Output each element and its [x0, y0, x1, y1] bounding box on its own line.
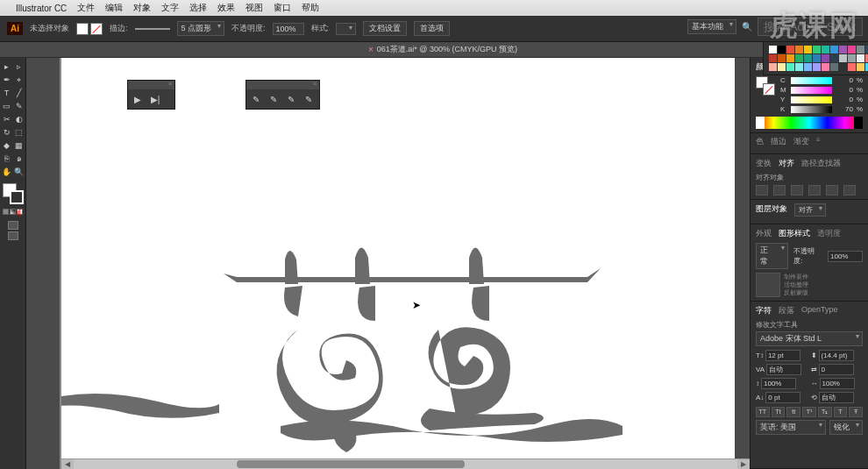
- swatch-cell[interactable]: [822, 63, 829, 71]
- curvature-tool[interactable]: ⌖: [14, 75, 25, 85]
- tab-align[interactable]: 对齐: [779, 158, 794, 169]
- swatch-cell[interactable]: [795, 54, 803, 62]
- scale-tool[interactable]: ↻: [2, 127, 12, 138]
- perspective-tool[interactable]: ▦: [14, 140, 25, 151]
- canvas[interactable]: ➤ ≡ ▶ ▶| ≡ ✎ ✎ ✎ ✎ ◀ ▶: [26, 58, 750, 469]
- free-transform-tool[interactable]: ⬚: [14, 127, 25, 138]
- swatch-cell[interactable]: [804, 46, 812, 53]
- c-value[interactable]: 0: [836, 76, 853, 84]
- selection-tool[interactable]: ▸: [2, 61, 12, 72]
- align-vcenter-icon[interactable]: [826, 185, 838, 195]
- swatch-cell[interactable]: [804, 54, 812, 62]
- document-setup-button[interactable]: 文档设置: [363, 21, 407, 36]
- swatch-cell[interactable]: [769, 46, 777, 53]
- app-name[interactable]: Illustrator CC: [16, 4, 67, 13]
- caps-low-button[interactable]: tt: [786, 407, 800, 417]
- stroke-swatch[interactable]: [763, 83, 775, 96]
- swatch-cell[interactable]: [822, 46, 829, 53]
- kerning-input[interactable]: [766, 364, 801, 375]
- baseline-input[interactable]: [765, 392, 800, 403]
- swatch-cell[interactable]: [822, 54, 829, 62]
- artboard-tool[interactable]: ⎘: [2, 153, 12, 164]
- preferences-button[interactable]: 首选项: [414, 21, 450, 36]
- tab-tint[interactable]: 色: [756, 136, 764, 147]
- swatch-cell[interactable]: [813, 46, 821, 53]
- align-to-dropdown[interactable]: 对齐: [794, 203, 826, 217]
- style-dropdown[interactable]: [336, 23, 356, 35]
- fill-swatch[interactable]: [76, 23, 89, 35]
- c-slider[interactable]: [791, 77, 832, 84]
- tab-character[interactable]: 字符: [756, 305, 772, 316]
- swatch-cell[interactable]: [839, 54, 847, 62]
- rectangle-tool[interactable]: ▭: [2, 101, 12, 111]
- swatch-cell[interactable]: [839, 46, 847, 53]
- swatch-cell[interactable]: [786, 63, 794, 71]
- horizontal-scrollbar[interactable]: ◀ ▶: [61, 458, 750, 469]
- floating-panel-1[interactable]: ≡ ▶ ▶|: [127, 80, 175, 110]
- line-tool[interactable]: ╱: [14, 88, 25, 98]
- tab-paragraph[interactable]: 段落: [779, 305, 794, 316]
- antialias-dropdown[interactable]: 锐化: [829, 420, 863, 435]
- tab-graphic-styles[interactable]: 图形样式: [779, 228, 810, 239]
- color-mode-none[interactable]: [17, 209, 23, 215]
- swatch-cell[interactable]: [804, 63, 812, 71]
- font-size-input[interactable]: [765, 350, 800, 361]
- direct-selection-tool[interactable]: ▹: [14, 61, 25, 72]
- swatch-cell[interactable]: [795, 46, 803, 53]
- scroll-left-button[interactable]: ◀: [61, 459, 74, 469]
- tab-appearance[interactable]: 外观: [756, 228, 772, 239]
- align-bottom-icon[interactable]: [843, 185, 856, 195]
- font-family-dropdown[interactable]: Adobe 宋体 Std L: [756, 331, 863, 346]
- zoom-tool[interactable]: 🔍: [14, 167, 25, 177]
- artboard[interactable]: ➤: [61, 58, 735, 469]
- color-mode-gradient[interactable]: [10, 209, 16, 215]
- fill-stroke-control[interactable]: [3, 183, 24, 204]
- rotation-input[interactable]: [819, 392, 854, 403]
- pen-tool[interactable]: ✒: [2, 75, 12, 85]
- tab-pathfinder[interactable]: 路径查找器: [801, 158, 841, 169]
- workspace-dropdown[interactable]: 基本功能: [687, 19, 736, 34]
- language-dropdown[interactable]: 英语: 美国: [756, 420, 826, 435]
- tab-opentype[interactable]: OpenType: [801, 305, 838, 316]
- fill-stroke-swatches[interactable]: [76, 23, 103, 35]
- menu-type[interactable]: 文字: [161, 2, 179, 14]
- blend-mode-dropdown[interactable]: 正常: [756, 243, 788, 269]
- play-icon[interactable]: ▶: [132, 93, 144, 105]
- menu-view[interactable]: 视图: [245, 2, 263, 14]
- floating-panel-2[interactable]: ≡ ✎ ✎ ✎ ✎: [245, 80, 320, 110]
- scissors-tool[interactable]: ✂: [2, 114, 12, 124]
- swatch-cell[interactable]: [848, 63, 856, 71]
- play-end-icon[interactable]: ▶|: [149, 93, 161, 105]
- color-spectrum[interactable]: [756, 117, 863, 129]
- tab-transform[interactable]: 变换: [756, 158, 772, 169]
- shape-builder-tool[interactable]: ◆: [2, 140, 12, 151]
- strikethrough-button[interactable]: Ŧ: [849, 407, 863, 417]
- align-left-icon[interactable]: [756, 185, 768, 195]
- type-tool[interactable]: T: [2, 88, 12, 98]
- screen-mode-normal[interactable]: [8, 221, 18, 230]
- menu-help[interactable]: 帮助: [302, 2, 319, 14]
- swatch-cell[interactable]: [786, 46, 794, 53]
- swatch-cell[interactable]: [813, 54, 821, 62]
- swatch-cell[interactable]: [795, 63, 803, 71]
- menu-edit[interactable]: 编辑: [105, 2, 123, 14]
- m-value[interactable]: 0: [836, 86, 853, 94]
- swatch-cell[interactable]: [830, 54, 838, 62]
- brush-icon[interactable]: ✎: [250, 93, 262, 105]
- menu-window[interactable]: 窗口: [274, 2, 291, 14]
- mask-preview[interactable]: [756, 273, 780, 297]
- hand-tool[interactable]: ✋: [2, 167, 12, 177]
- panel-menu-icon[interactable]: ≡: [168, 81, 172, 89]
- adobe-stock-search-input[interactable]: [758, 18, 863, 36]
- rotate-tool[interactable]: ◐: [14, 114, 25, 124]
- m-slider[interactable]: [791, 87, 832, 94]
- caps-tc-button[interactable]: Tt: [772, 407, 786, 417]
- y-value[interactable]: 0: [836, 96, 853, 103]
- caps-tt-button[interactable]: TT: [756, 407, 770, 417]
- menu-file[interactable]: 文件: [77, 2, 95, 14]
- stroke-color-icon[interactable]: [10, 190, 24, 204]
- swatch-cell[interactable]: [848, 54, 856, 62]
- swatch-cell[interactable]: [857, 46, 864, 53]
- brush-icon[interactable]: ✎: [285, 93, 297, 105]
- swatch-cell[interactable]: [786, 54, 794, 62]
